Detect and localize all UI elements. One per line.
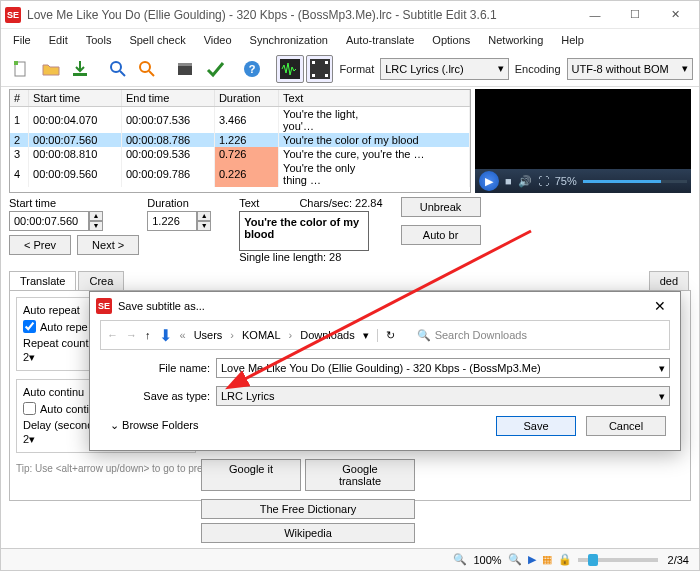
play-icon[interactable]: ▶ [479, 171, 499, 191]
next-button[interactable]: Next > [77, 235, 139, 255]
format-select[interactable]: LRC Lyrics (.lrc)▾ [380, 58, 508, 80]
savetype-select[interactable]: LRC Lyrics▾ [216, 386, 670, 406]
table-row[interactable]: 200:00:07.56000:00:08.7861.226You're the… [10, 133, 470, 147]
col-num[interactable]: # [10, 90, 29, 107]
up-icon[interactable]: ↑ [145, 329, 151, 341]
tab-create[interactable]: Crea [78, 271, 124, 290]
menu-autotranslate[interactable]: Auto-translate [338, 32, 422, 48]
text-label: Text [239, 197, 259, 209]
wikipedia-button[interactable]: Wikipedia [201, 523, 415, 543]
close-button[interactable]: ✕ [655, 2, 695, 28]
toolbar: ? Format LRC Lyrics (.lrc)▾ Encoding UTF… [1, 51, 699, 87]
save-button[interactable] [66, 55, 94, 83]
svg-rect-8 [178, 63, 192, 66]
crumb-komal[interactable]: KOMAL [242, 329, 281, 341]
title-bar: SE Love Me Like You Do (Ellie Goulding) … [1, 1, 699, 29]
free-dictionary-button[interactable]: The Free Dictionary [201, 499, 415, 519]
menu-options[interactable]: Options [424, 32, 478, 48]
menu-help[interactable]: Help [553, 32, 592, 48]
svg-line-6 [149, 71, 154, 76]
spellcheck-button[interactable] [201, 55, 229, 83]
status-bar: 🔍 100% 🔍 ▶ ▦ 🔒 2/34 [1, 548, 699, 570]
start-down[interactable]: ▼ [89, 221, 103, 231]
tab-translate[interactable]: Translate [9, 271, 76, 290]
auto-continue-check[interactable] [23, 402, 36, 415]
stop-icon[interactable]: ■ [505, 175, 512, 187]
tab-adjust[interactable]: ded [649, 271, 689, 290]
chars-per-sec: Chars/sec: 22.84 [299, 197, 382, 211]
zoom-in-icon[interactable]: 🔍 [508, 553, 522, 566]
volume-icon[interactable]: 🔊 [518, 175, 532, 188]
dialog-app-icon: SE [96, 298, 112, 314]
menu-file[interactable]: File [5, 32, 39, 48]
dialog-close-button[interactable]: ✕ [646, 298, 674, 314]
encoding-select[interactable]: UTF-8 without BOM▾ [567, 58, 693, 80]
crumb-users[interactable]: Users [194, 329, 223, 341]
forward-icon[interactable]: → [126, 329, 137, 341]
table-row[interactable]: 100:00:04.07000:00:07.5363.466You're the… [10, 107, 470, 134]
google-it-button[interactable]: Google it [201, 459, 301, 491]
new-button[interactable] [7, 55, 35, 83]
zoom-slider[interactable] [588, 554, 598, 566]
menu-video[interactable]: Video [196, 32, 240, 48]
prev-button[interactable]: < Prev [9, 235, 71, 255]
autobr-button[interactable]: Auto br [401, 225, 481, 245]
auto-repeat-check[interactable] [23, 320, 36, 333]
menu-sync[interactable]: Synchronization [242, 32, 336, 48]
visual-sync-button[interactable] [171, 55, 199, 83]
help-button[interactable]: ? [238, 55, 266, 83]
position-counter: 2/34 [668, 554, 689, 566]
menu-tools[interactable]: Tools [78, 32, 120, 48]
dialog-cancel-button[interactable]: Cancel [586, 416, 666, 436]
replace-button[interactable] [134, 55, 162, 83]
start-up[interactable]: ▲ [89, 211, 103, 221]
dur-up[interactable]: ▲ [197, 211, 211, 221]
open-button[interactable] [37, 55, 65, 83]
text-input[interactable]: You're the color of my blood [239, 211, 369, 251]
waveform-button[interactable] [276, 55, 304, 83]
refresh-icon[interactable]: ↻ [377, 329, 403, 342]
single-line-length: Single line length: 28 [239, 251, 382, 263]
maximize-button[interactable]: ☐ [615, 2, 655, 28]
start-time-label: Start time [9, 197, 139, 209]
browse-folders[interactable]: ⌄ Browse Folders [110, 419, 198, 432]
fullscreen-icon[interactable]: ⛶ [538, 175, 549, 187]
savetype-label: Save as type: [130, 390, 210, 402]
edit-row: Start time ▲▼ < Prev Next > Duration ▲▼ … [1, 193, 699, 265]
unbreak-button[interactable]: Unbreak [401, 197, 481, 217]
filename-input[interactable]: Love Me Like You Do (Ellie Goulding) - 3… [216, 358, 670, 378]
col-start[interactable]: Start time [29, 90, 122, 107]
zoom-play-icon[interactable]: ▶ [528, 553, 536, 566]
video-progress: 75% [555, 175, 577, 187]
svg-rect-11 [280, 59, 300, 79]
minimize-button[interactable]: — [575, 2, 615, 28]
find-button[interactable] [104, 55, 132, 83]
grid-icon[interactable]: ▦ [542, 553, 552, 566]
dialog-save-button[interactable]: Save [496, 416, 576, 436]
google-translate-button[interactable]: Google translate [305, 459, 415, 491]
svg-rect-14 [325, 61, 328, 64]
col-text[interactable]: Text [279, 90, 470, 107]
video-button[interactable] [306, 55, 334, 83]
col-duration[interactable]: Duration [214, 90, 278, 107]
auto-repeat-check-label: Auto repe [40, 321, 88, 333]
zoom-out-icon[interactable]: 🔍 [453, 553, 467, 566]
crumb-downloads[interactable]: Downloads [300, 329, 354, 341]
col-end[interactable]: End time [121, 90, 214, 107]
duration-input[interactable] [147, 211, 197, 231]
start-time-input[interactable] [9, 211, 89, 231]
subtitle-grid[interactable]: # Start time End time Duration Text 100:… [9, 89, 471, 193]
back-icon[interactable]: ← [107, 329, 118, 341]
menu-networking[interactable]: Networking [480, 32, 551, 48]
down-arrow-icon: ⬇ [159, 326, 172, 345]
table-row[interactable]: 300:00:08.81000:00:09.5360.726You're the… [10, 147, 470, 161]
save-dialog: SE Save subtitle as... ✕ ← → ↑ ⬇ « Users… [89, 291, 681, 451]
menu-edit[interactable]: Edit [41, 32, 76, 48]
dur-down[interactable]: ▼ [197, 221, 211, 231]
menu-spellcheck[interactable]: Spell check [121, 32, 193, 48]
dialog-search[interactable]: 🔍 Search Downloads [411, 329, 663, 342]
svg-rect-15 [312, 74, 315, 77]
lock-icon[interactable]: 🔒 [558, 553, 572, 566]
table-row[interactable]: 400:00:09.56000:00:09.7860.226You're the… [10, 161, 470, 187]
svg-text:?: ? [249, 63, 256, 75]
